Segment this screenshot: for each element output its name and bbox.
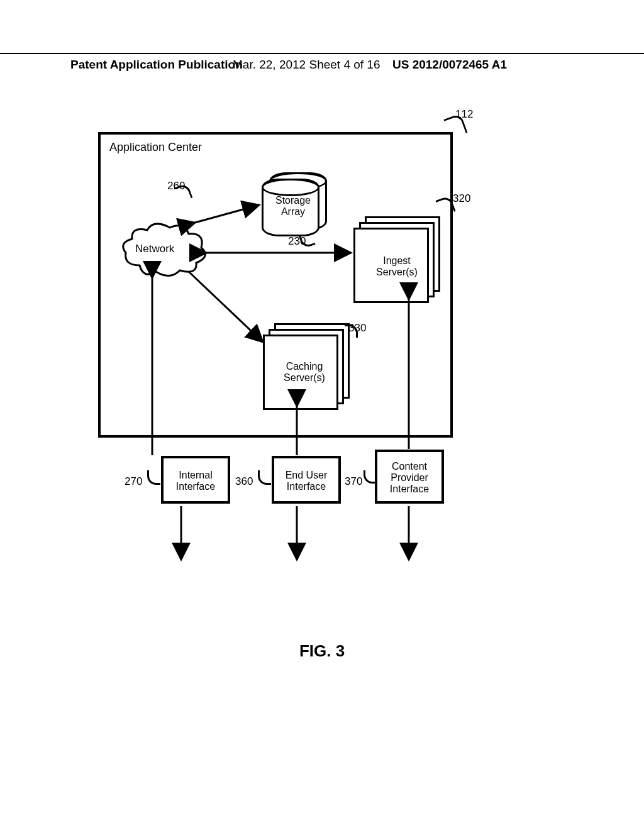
figure-3-diagram: 112 Application Center 260 Network Stora… [98, 119, 501, 597]
application-center-box: Application Center 260 Network StorageAr… [98, 132, 453, 438]
end-user-interface-box: End UserInterface [272, 456, 341, 504]
content-provider-interface-box: ContentProviderInterface [375, 450, 444, 504]
ref-320: 320 [453, 192, 470, 205]
storage-array-label: StorageArray [270, 195, 316, 218]
svg-line-2 [189, 272, 263, 342]
header-right: US 2012/0072465 A1 [392, 58, 507, 72]
internal-interface-box: InternalInterface [161, 456, 230, 504]
callout-hook-icon [147, 470, 160, 485]
page-header: Patent Application Publication Mar. 22, … [0, 53, 644, 58]
ref-270: 270 [125, 475, 142, 488]
callout-hook-icon [364, 470, 375, 484]
callout-hook-icon [258, 470, 271, 485]
network-label: Network [135, 243, 174, 255]
figure-caption: FIG. 3 [0, 641, 644, 661]
header-left: Patent Application Publication [70, 58, 243, 72]
ingest-servers-label: IngestServer(s) [367, 255, 427, 278]
ref-370: 370 [345, 475, 362, 488]
header-middle: Mar. 22, 2012 Sheet 4 of 16 [233, 58, 380, 72]
ref-112: 112 [455, 108, 473, 121]
ref-260: 260 [167, 180, 185, 192]
application-center-label: Application Center [109, 141, 202, 154]
svg-line-0 [195, 205, 259, 223]
caching-servers-label: CachingServer(s) [274, 361, 335, 384]
ref-360: 360 [235, 475, 253, 488]
